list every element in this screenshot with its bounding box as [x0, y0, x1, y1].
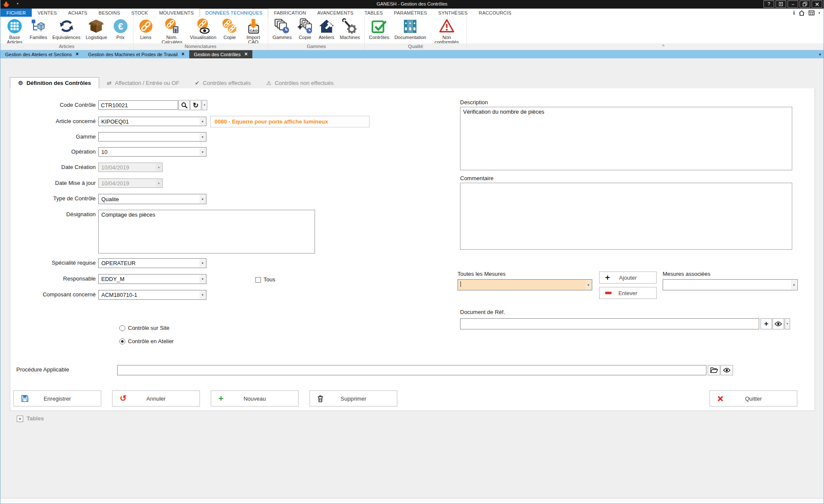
gamme-combo[interactable]: ▾ [98, 132, 206, 142]
code-controle-input[interactable] [98, 100, 178, 110]
procedure-open-button[interactable] [708, 365, 720, 375]
menu-tab-fabrication[interactable]: FABRICATION [268, 9, 312, 17]
home-icon[interactable] [799, 10, 805, 16]
ribbon-item-machines[interactable]: Machines [337, 17, 363, 40]
menu-tab-syntheses[interactable]: SYNTHÈSES [433, 9, 473, 17]
search-button[interactable] [179, 100, 190, 110]
close-tab-icon[interactable]: × [182, 52, 185, 57]
dropdown-caret-icon[interactable]: ▾ [200, 291, 206, 299]
help-button[interactable]: ? [763, 0, 774, 8]
menu-tab-raccourcis[interactable]: RACCOURCIS [473, 9, 517, 17]
table-view-icon[interactable] [809, 10, 815, 15]
menu-tab-stock[interactable]: STOCK [126, 9, 154, 17]
close-button[interactable] [812, 0, 822, 8]
type-controle-combo[interactable]: Qualite ▾ [98, 194, 206, 204]
ribbon-item-visualisation[interactable]: Visualisation [188, 17, 219, 40]
minimize-button[interactable]: – [788, 0, 798, 8]
ribbon-collapse-icon[interactable]: ^ [662, 43, 664, 50]
ribbon-item-equivalences[interactable]: Equivalences [50, 17, 83, 40]
designation-label: Désignation [13, 211, 96, 218]
ribbon-item-logistique[interactable]: Logistique [83, 17, 109, 40]
doc-tabs-caret-icon[interactable]: ▾ [819, 52, 821, 57]
menu-tab-besoins[interactable]: BESOINS [93, 9, 126, 17]
procedure-input[interactable] [117, 365, 706, 375]
menu-tab-tables[interactable]: TABLES [359, 9, 389, 17]
designation-textarea[interactable]: Comptage des pièces [98, 210, 315, 254]
controle-sur-site-label[interactable]: Contrôle sur Site [128, 325, 170, 332]
ribbon-item-import-cao[interactable]: CAO Import CAO [240, 17, 266, 45]
ribbon-item-base-articles[interactable]: Base Articles [2, 17, 27, 45]
menu-tab-fichier[interactable]: FICHIER [0, 9, 32, 17]
document-view-button[interactable] [772, 318, 784, 329]
dropdown-caret-icon[interactable]: ▾ [200, 118, 206, 125]
dropdown-caret-icon[interactable]: ▾ [200, 275, 206, 283]
menu-tab-mouvements[interactable]: MOUVEMENTS [154, 9, 200, 17]
ribbon-item-non-conformites[interactable]: Non conformités [429, 17, 465, 45]
controle-sur-site-radio[interactable] [119, 325, 125, 331]
menu-tab-parametres[interactable]: PARAMÈTRES [388, 9, 433, 17]
article-info-box: 0080 - Equerre pour porte affiche lumine… [210, 116, 370, 127]
description-textarea[interactable]: Vérification du nombre de pièces [460, 107, 792, 170]
check-icon: ✔ [195, 80, 200, 86]
menu-tab-achats[interactable]: ACHATS [63, 9, 93, 17]
tab-controles-non-effectues[interactable]: ⚠ Contrôles non effectués [259, 78, 342, 88]
controle-en-atelier-label[interactable]: Contrôle en Atelier [128, 338, 174, 345]
ribbon-item-nom-calculees[interactable]: Nom. Calculées [157, 17, 188, 45]
ribbon-item-ateliers[interactable]: Ateliers [316, 17, 337, 40]
document-add-button[interactable]: + [760, 318, 772, 329]
close-tab-icon[interactable]: × [76, 52, 79, 57]
code-dropdown-button[interactable]: ▾ [202, 100, 207, 110]
pin-button[interactable] [776, 0, 786, 8]
menu-bar: FICHIER VENTES ACHATS BESOINS STOCK MOUV… [0, 9, 824, 17]
refresh-button[interactable]: ↻ [190, 100, 201, 110]
doc-tab-machines[interactable]: Gestion des Machines et Postes de Travai… [83, 50, 189, 58]
ribbon-item-copie-gamme[interactable]: Copie [294, 17, 316, 40]
ribbon-item-prix[interactable]: € Prix [110, 17, 131, 40]
controle-en-atelier-radio[interactable] [119, 338, 125, 344]
article-concerne-combo[interactable]: KIPOEQ01 ▾ [98, 117, 206, 126]
doc-tab-controles[interactable]: Gestion des Contrôles × [189, 50, 252, 58]
dropdown-caret-icon[interactable]: ▾ [200, 259, 206, 267]
table-view-caret-icon[interactable]: ▾ [818, 11, 820, 15]
tables-expander-button[interactable]: + [17, 416, 23, 422]
ribbon-item-copie-nomenclature[interactable]: Copie [219, 17, 240, 40]
enlever-button[interactable]: Enlever [599, 287, 657, 299]
dropdown-caret-icon[interactable]: ▾ [791, 280, 797, 290]
ajouter-button[interactable]: + Ajouter [599, 272, 657, 284]
ribbon-item-documentation[interactable]: Documentation [392, 17, 429, 40]
doc-tab-ateliers[interactable]: Gestion des Ateliers et Sections × [0, 50, 83, 58]
quitter-button[interactable]: Quitter [709, 390, 797, 407]
dropdown-caret-icon[interactable]: ▾ [200, 195, 206, 203]
nouveau-button[interactable]: + Nouveau [211, 390, 299, 407]
annuler-button[interactable]: ↺ Annuler [112, 390, 200, 407]
tab-controles-effectues[interactable]: ✔ Contrôles effectués [187, 78, 259, 88]
ribbon-item-controles[interactable]: Contrôles [367, 17, 392, 40]
document-dropdown-button[interactable]: ▾ [785, 318, 790, 329]
restore-button[interactable] [800, 0, 810, 8]
dropdown-caret-icon[interactable]: ▾ [200, 133, 206, 141]
specialite-combo[interactable]: OPERATEUR ▾ [98, 258, 206, 268]
close-tab-icon[interactable]: × [245, 52, 248, 57]
menu-tab-avancements[interactable]: AVANCEMENTS [312, 9, 359, 17]
dropdown-caret-icon[interactable]: ▾ [200, 148, 206, 156]
ribbon-item-familles[interactable]: Familles [27, 17, 50, 40]
procedure-view-button[interactable] [721, 365, 733, 375]
mesures-associees-combo[interactable]: ▾ [663, 279, 798, 290]
tab-definition-controles[interactable]: ⚙ Définition des Contrôles [10, 77, 99, 89]
responsable-combo[interactable]: EDDY_M ▾ [98, 274, 206, 284]
composant-combo[interactable]: ACM180710-1 ▾ [98, 290, 206, 300]
tous-checkbox[interactable] [255, 277, 261, 283]
supprimer-button[interactable]: Supprimer [309, 390, 397, 407]
ribbon-item-gammes[interactable]: Gammes [270, 17, 294, 40]
enregistrer-button[interactable]: Enregistrer [13, 390, 101, 407]
menu-tab-donnees-techniques[interactable]: DONNÉES TECHNIQUES [200, 9, 269, 17]
operation-combo[interactable]: 10 ▾ [98, 147, 206, 157]
dropdown-caret-icon[interactable]: ▾ [585, 280, 591, 290]
commentaire-textarea[interactable] [460, 183, 792, 250]
ribbon-item-liens[interactable]: Liens [135, 17, 157, 40]
menu-tab-ventes[interactable]: VENTES [32, 9, 62, 17]
document-ref-input[interactable] [460, 318, 759, 329]
toutes-mesures-combo[interactable]: ▾ [457, 279, 592, 290]
info-icon[interactable]: i [793, 9, 795, 16]
tab-affectation[interactable]: ⇄ Affectation / Entrée ou OF [99, 78, 187, 88]
